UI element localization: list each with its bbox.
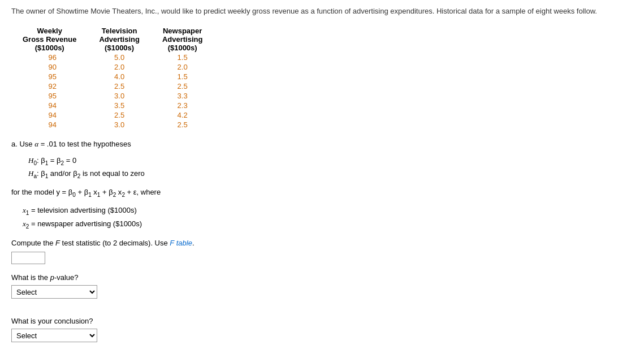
p-value-text2: -value? [54,273,79,282]
f-table-link[interactable]: F table [170,239,192,247]
compute-period: . [192,239,195,247]
ha-label: H [28,169,33,178]
table-row-4-col-2: 3.3 [157,91,220,101]
h0-eq: = β [48,156,60,165]
table-row-4-col-1: 3.0 [93,91,157,101]
model-mid2: + β [100,188,113,196]
compute-line: Compute the F test statistic (to 2 decim… [11,239,633,247]
var-x2-line: x2 = newspaper advertising ($1000s) [23,218,633,231]
col3-header-units: ($1000s) [168,44,197,52]
table-row-2-col-1: 4.0 [93,72,157,81]
section-a: a. Use α = .01 to test the hypotheses H0… [11,140,633,231]
p-value-select[interactable]: Select [11,285,97,299]
table-row-6-col-1: 2.5 [93,110,157,120]
table-row-7-col-1: 3.0 [93,120,157,130]
col2-header-line1: Television [102,27,137,35]
table-row-4-col-0: 95 [23,91,93,101]
variables-block: x1 = television advertising ($1000s) x2 … [23,204,633,231]
table-row-0-col-2: 1.5 [157,53,220,62]
table-row-6-col-0: 94 [23,110,93,120]
col1-header-units: ($1000s) [35,44,64,52]
data-table: Weekly Gross Revenue ($1000s) Television… [23,26,633,130]
intro-text: The owner of Showtime Movie Theaters, In… [11,6,633,17]
alpha-line: a. Use α = .01 to test the hypotheses [11,140,633,149]
compute-text: Compute the [11,239,55,247]
h0-line: H0: β1 = β2 = 0 [28,154,633,168]
table-row-3-col-0: 92 [23,81,93,91]
col1-header-line1: Weekly [37,27,62,35]
col2-header-line2: Advertising [99,35,140,44]
ha-text: and/or β [48,169,77,178]
col2-header-units: ($1000s) [105,44,134,52]
h0-end: = 0 [64,156,76,165]
compute-section: Compute the F test statistic (to 2 decim… [11,239,633,264]
p-value-section: What is the p-value? Select [11,273,633,308]
model-x1: x [92,188,97,196]
conclusion-select[interactable]: Select [11,329,97,342]
model-end: + ε, where [125,188,161,196]
model-prefix: for the model y = β [11,188,72,196]
table-row-0-col-1: 5.0 [93,53,157,62]
conclusion-section: What is your conclusion? Select [11,317,633,349]
model-line: for the model y = β0 + β1 x1 + β2 x2 + ε… [11,188,633,198]
ha-line: Ha: β1 and/or β2 is not equal to zero [28,167,633,181]
alpha-symbol: α [34,140,38,148]
p-value-text1: What is the [11,273,50,282]
table-row-5-col-2: 2.3 [157,101,220,110]
section-a-label: a. [11,140,18,148]
table-row-5-col-1: 3.5 [93,101,157,110]
p-italic: p [50,273,54,282]
var-x2-def: = newspaper advertising ($1000s) [29,219,142,228]
h0-label: H [28,156,33,165]
table-row-1-col-0: 90 [23,62,93,72]
col3-header-line1: Newspaper [163,27,202,35]
alpha-use-text: Use [19,140,34,148]
ha-colon: : β [37,169,45,178]
col1-header-line2: Gross Revenue [23,35,76,44]
table-row-6-col-2: 4.2 [157,110,220,120]
table-row-7-col-2: 2.5 [157,120,220,130]
table-row-7-col-0: 94 [23,120,93,130]
table-row-3-col-1: 2.5 [93,81,157,91]
col3-header-line2: Advertising [162,35,203,44]
ha-end: is not equal to zero [80,169,144,178]
conclusion-question-label: What is your conclusion? [11,317,633,325]
table-row-2-col-2: 1.5 [157,72,220,81]
table-row-2-col-0: 95 [23,72,93,81]
var-x1-def: = television advertising ($1000s) [29,206,136,214]
compute-text2: test statistic (to 2 decimals). Use [60,239,170,247]
hypothesis-block: H0: β1 = β2 = 0 Ha: β1 and/or β2 is not … [28,154,633,181]
model-x2: x [116,188,122,196]
table-row-0-col-0: 96 [23,53,93,62]
h0-colon: : β [37,156,45,165]
model-mid1: + β [76,188,88,196]
p-value-question-label: What is the p-value? [11,273,633,282]
table-row-1-col-1: 2.0 [93,62,157,72]
table-row-5-col-0: 94 [23,101,93,110]
table-row-3-col-2: 2.5 [157,81,220,91]
var-x1-line: x1 = television advertising ($1000s) [23,204,633,218]
f-label: F [55,239,60,247]
conclusion-text: What is your conclusion? [11,317,93,325]
table-row-1-col-2: 2.0 [157,62,220,72]
f-statistic-input[interactable] [11,252,45,264]
alpha-equals-text: = .01 to test the hypotheses [38,140,131,148]
